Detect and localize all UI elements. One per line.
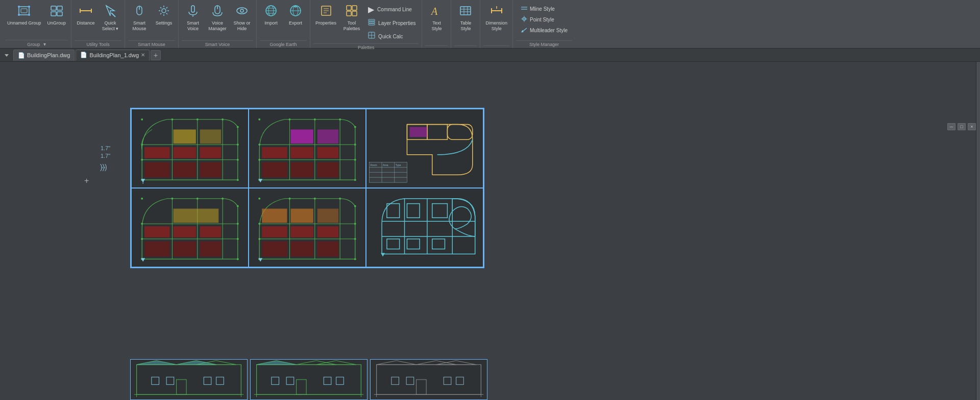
building-plan-svg-5 (249, 189, 365, 267)
layer-properties-button[interactable]: Layer Properties (365, 17, 419, 29)
viewport-cell-3[interactable]: Room Area Type (366, 109, 483, 188)
maximize-button[interactable]: □ (958, 123, 966, 130)
smart-voice-icon (186, 4, 200, 19)
unnamed-group-label: Unnamed Group (7, 20, 41, 26)
properties-button[interactable]: Properties (313, 2, 338, 28)
tab-close-button[interactable]: ✕ (141, 52, 145, 58)
elevation-panel-2[interactable] (250, 359, 368, 400)
svg-rect-158 (290, 226, 313, 238)
smart-voice-button[interactable]: SmartVoice (182, 2, 204, 33)
elevation-panel-3[interactable] (370, 359, 487, 400)
viewport-cell-1[interactable] (131, 109, 249, 188)
tool-palettes-button[interactable]: ToolPalettes (340, 2, 363, 33)
svg-point-5 (28, 14, 30, 16)
svg-rect-196 (166, 377, 174, 385)
import-icon (264, 4, 278, 19)
svg-rect-99 (290, 162, 313, 178)
voice-manager-button[interactable]: VoiceManager (206, 2, 229, 33)
unnamed-group-icon (17, 4, 31, 19)
building-plan-svg-2 (249, 109, 365, 187)
svg-rect-160 (262, 242, 287, 257)
svg-rect-204 (257, 365, 361, 395)
tab-buildingplan1[interactable]: 📄 BuildingPlan_1.dwg ✕ (76, 50, 150, 61)
dim-annotation-17b: 1.7" (101, 153, 110, 159)
unnamed-group-button[interactable]: Unnamed Group (5, 2, 43, 28)
command-line-button[interactable]: ▶ Command Line (365, 3, 419, 16)
export-label: Export (289, 20, 302, 26)
mline-style-button[interactable]: Mline Style (519, 4, 569, 14)
show-hide-button[interactable]: Show orHide (231, 2, 253, 33)
svg-rect-224 (444, 377, 451, 385)
svg-rect-223 (406, 377, 414, 385)
svg-rect-212 (336, 377, 344, 385)
viewport-cell-5[interactable] (249, 188, 366, 267)
svg-point-86 (141, 159, 143, 161)
multileader-style-button[interactable]: Multileader Style (519, 26, 569, 35)
svg-point-109 (354, 159, 356, 161)
tab-dropdown-btn[interactable] (2, 51, 11, 60)
svg-point-4 (18, 14, 20, 16)
viewport-cell-6[interactable] (366, 188, 483, 267)
svg-rect-221 (416, 380, 427, 394)
smart-mouse-button[interactable]: SmartMouse (128, 2, 151, 33)
crosshair (87, 180, 93, 186)
minimize-button[interactable]: ─ (947, 123, 955, 130)
svg-point-169 (339, 198, 341, 200)
svg-point-173 (354, 258, 356, 260)
svg-point-106 (339, 119, 341, 121)
distance-button[interactable]: Distance (75, 2, 97, 28)
svg-marker-207 (316, 361, 356, 365)
svg-point-145 (237, 223, 239, 225)
svg-marker-200 (177, 361, 216, 365)
svg-point-80 (222, 119, 224, 121)
voice-manager-label: VoiceManager (208, 20, 227, 32)
svg-rect-42 (369, 21, 375, 23)
svg-marker-206 (297, 361, 336, 365)
svg-point-141 (171, 198, 173, 200)
mline-style-label: Mline Style (530, 6, 555, 12)
svg-line-14 (111, 13, 115, 17)
svg-text:Area: Area (383, 164, 388, 167)
svg-rect-133 (144, 226, 169, 238)
quick-select-button[interactable]: QuickSelect ▾ (99, 2, 121, 33)
settings-button[interactable]: Settings (153, 2, 175, 28)
close-button[interactable]: × (968, 123, 976, 130)
svg-rect-159 (317, 226, 338, 238)
distance-icon (79, 4, 93, 19)
svg-rect-188 (432, 204, 448, 218)
ungroup-button[interactable]: UnGroup (45, 2, 68, 28)
text-style-button[interactable]: A TextStyle (425, 2, 448, 33)
table-style-button[interactable]: TableStyle (454, 2, 477, 33)
quick-calc-button[interactable]: Quick Calc (365, 30, 419, 42)
svg-point-79 (197, 119, 199, 121)
svg-point-77 (141, 119, 143, 121)
table-style-section-label (454, 45, 477, 47)
group-dropdown-icon[interactable]: ▾ (43, 41, 46, 47)
style-manager-items: Mline Style Point Style Multileader Styl… (516, 2, 572, 37)
toolbar-section-table-style: TableStyle (451, 0, 480, 48)
smart-mouse-label: SmartMouse (133, 20, 146, 32)
import-button[interactable]: Import (260, 2, 282, 28)
new-tab-button[interactable]: + (151, 50, 161, 60)
elevation-panel-1[interactable] (130, 359, 248, 400)
dimension-style-button[interactable]: DimensionStyle (483, 2, 509, 33)
style-manager-label: Style Manager (516, 40, 572, 47)
tool-palettes-label: ToolPalettes (344, 20, 360, 32)
tab-buildingplan[interactable]: 📄 BuildingPlan.dwg (13, 50, 75, 61)
export-button[interactable]: Export (284, 2, 307, 28)
svg-rect-163 (262, 208, 287, 223)
svg-rect-211 (324, 377, 331, 385)
svg-point-171 (354, 223, 356, 225)
viewport-cell-4[interactable] (131, 188, 249, 267)
viewport-cell-2[interactable] (249, 109, 366, 188)
tab-buildingplan1-label: BuildingPlan_1.dwg (89, 52, 139, 58)
tab-buildingplan-label: BuildingPlan.dwg (27, 52, 70, 58)
svg-point-174 (258, 223, 260, 225)
point-style-label: Point Style (530, 17, 554, 22)
svg-point-17 (162, 9, 166, 13)
svg-rect-6 (51, 6, 56, 10)
point-style-button[interactable]: Point Style (519, 15, 569, 25)
svg-point-172 (354, 238, 356, 240)
export-icon (288, 4, 303, 19)
svg-rect-101 (290, 129, 313, 144)
